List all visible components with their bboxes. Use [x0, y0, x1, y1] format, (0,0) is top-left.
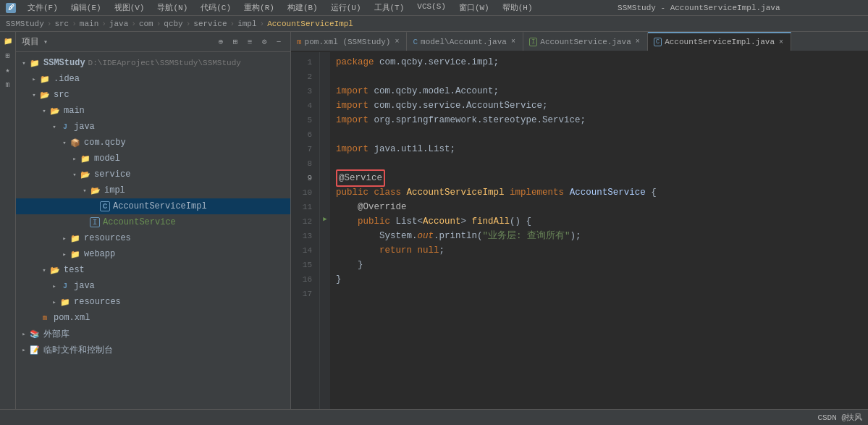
tree-resources[interactable]: 📁 resources — [16, 230, 290, 246]
breadcrumb-impl[interactable]: impl — [237, 20, 256, 28]
folder-icon: 📁 — [39, 73, 51, 85]
tab-pom-icon: m — [297, 38, 302, 46]
breadcrumb-accountserviceimpl[interactable]: AccountServiceImpl — [267, 20, 353, 28]
code-line-6 — [336, 127, 862, 142]
tree-path-ssmstudy: D:\IDEAproject\SSMStudy\SSMStudy — [88, 59, 241, 67]
tree-ssmstudy[interactable]: 📁 SSMStudy D:\IDEAproject\SSMStudy\SSMSt… — [16, 55, 290, 71]
tree-test-java[interactable]: J java — [16, 278, 290, 294]
tree-scratch[interactable]: 📝 临时文件和控制台 — [16, 342, 290, 358]
line-num-14: 14 — [291, 243, 315, 258]
tab-account[interactable]: C model\Account.java × — [407, 32, 523, 51]
menu-item[interactable]: VCS(S) — [414, 2, 449, 13]
folder-icon: 📂 — [49, 105, 61, 117]
java-interface-icon: I — [90, 217, 100, 227]
tree-label-test-resources: resources — [74, 297, 121, 307]
tree-test-resources[interactable]: 📁 resources — [16, 294, 290, 310]
breadcrumb-qcby[interactable]: qcby — [164, 20, 182, 28]
tree-test[interactable]: 📂 test — [16, 262, 290, 278]
tree-accountservice[interactable]: I AccountService — [16, 214, 290, 230]
tree-pom[interactable]: m pom.xml — [16, 310, 290, 326]
breadcrumb-java[interactable]: java — [109, 20, 128, 28]
code-line-13: System.out.println("业务层: 查询所有"); — [336, 229, 862, 243]
tab-pom-label: pom.xml (SSMStudy) — [305, 38, 391, 46]
menu-item[interactable]: 导航(N) — [154, 2, 190, 13]
tree-label-src: src — [54, 90, 69, 100]
code-line-17 — [336, 287, 862, 301]
tree-arrow — [80, 185, 90, 195]
tree-com-qcby[interactable]: 📦 com.qcby — [16, 135, 290, 151]
tab-accountservice[interactable]: I AccountService.java × — [523, 32, 648, 51]
project-icon[interactable]: 📁 — [1, 35, 14, 48]
menu-item[interactable]: 构建(B) — [285, 2, 321, 13]
tree-idea[interactable]: 📁 .idea — [16, 71, 290, 87]
tree-arrow — [19, 329, 29, 339]
align-icon[interactable]: ⊞ — [229, 36, 241, 48]
tree-service[interactable]: 📂 service — [16, 167, 290, 182]
line-num-4: 4 — [291, 98, 315, 113]
tree-label-service: service — [94, 169, 130, 180]
tab-pom[interactable]: m pom.xml (SSMStudy) × — [291, 32, 407, 51]
tree-label-scratch: 临时文件和控制台 — [43, 344, 113, 356]
tab-accountservice-label: AccountService.java — [540, 38, 631, 46]
menu-item[interactable]: 代码(C) — [198, 2, 234, 13]
tree-label-external: 外部库 — [43, 328, 69, 340]
tree-main[interactable]: 📂 main — [16, 103, 290, 119]
tree-webapp[interactable]: 📁 webapp — [16, 246, 290, 262]
code-content[interactable]: package com.qcby.service.impl; import co… — [330, 52, 868, 409]
maven-icon[interactable]: m — [1, 78, 14, 91]
tab-accountservice-close[interactable]: × — [634, 38, 641, 46]
tree-accountserviceimpl[interactable]: C AccountServiceImpl — [16, 198, 290, 214]
tab-accountserviceimpl[interactable]: C AccountServiceImpl.java × — [648, 32, 791, 51]
tree-external[interactable]: 📚 外部库 — [16, 326, 290, 342]
code-line-15: } — [336, 258, 862, 272]
menu-item[interactable]: 帮助(H) — [500, 2, 536, 13]
new-icon[interactable]: ⊕ — [215, 36, 227, 48]
tree-arrow — [59, 249, 69, 259]
project-sidebar: 项目 ▾ ⊕ ⊞ ≡ ⚙ − 📁 SSMStudy D:\IDEAproject… — [16, 32, 291, 409]
tab-account-icon: C — [413, 38, 418, 46]
line-numbers: 1 2 3 4 5 6 7 8 9 10 11 12 13 14 15 16 1… — [291, 52, 320, 409]
tree-label-java: java — [74, 122, 95, 132]
breadcrumb-ssmstudy[interactable]: SSMStudy — [6, 20, 44, 28]
tree-label-resources: resources — [84, 233, 131, 243]
project-tree: 📁 SSMStudy D:\IDEAproject\SSMStudy\SSMSt… — [16, 52, 290, 409]
code-line-10: public class AccountServiceImpl implemen… — [336, 185, 862, 200]
bookmarks-icon[interactable]: ★ — [1, 64, 14, 77]
tab-accountserviceimpl-close[interactable]: × — [778, 38, 785, 46]
tree-label-pom: pom.xml — [54, 313, 90, 323]
code-line-12: public List<Account> findAll() { — [336, 214, 862, 229]
structure-icon[interactable]: ⊞ — [1, 49, 14, 62]
breadcrumb-com[interactable]: com — [139, 20, 153, 28]
menu-item[interactable]: 工具(T) — [371, 2, 408, 13]
gear-icon[interactable]: ⚙ — [258, 36, 270, 48]
breadcrumb-src[interactable]: src — [54, 20, 69, 28]
breadcrumb-service[interactable]: service — [193, 20, 227, 28]
tree-model[interactable]: 📁 model — [16, 151, 290, 167]
menu-item[interactable]: 窗口(W) — [456, 2, 492, 13]
collapse-all-icon[interactable]: ≡ — [244, 36, 256, 48]
sidebar-dropdown-icon[interactable]: ▾ — [43, 38, 48, 46]
menu-item[interactable]: 重构(R) — [241, 2, 277, 13]
menu-item[interactable]: 编辑(E) — [68, 2, 104, 13]
tree-java[interactable]: J java — [16, 119, 290, 135]
tree-label-com-qcby: com.qcby — [84, 138, 126, 148]
scratch-icon: 📝 — [29, 344, 41, 355]
tree-arrow — [19, 58, 29, 68]
line-num-9: 9 — [291, 171, 315, 185]
menu-item[interactable]: 文件(F) — [25, 2, 61, 13]
menu-item[interactable]: 运行(U) — [328, 2, 364, 13]
tree-src[interactable]: 📂 src — [16, 87, 290, 103]
code-editor[interactable]: 1 2 3 4 5 6 7 8 9 10 11 12 13 14 15 16 1… — [291, 52, 868, 409]
tree-arrow — [49, 122, 59, 132]
gutter-run-icon[interactable]: ▶ — [320, 211, 330, 226]
tab-pom-close[interactable]: × — [393, 38, 400, 46]
code-line-4: import com.qcby.service.AccountService; — [336, 98, 862, 113]
breadcrumb-main[interactable]: main — [80, 20, 98, 28]
menu-item[interactable]: 视图(V) — [111, 2, 148, 13]
tree-arrow — [49, 297, 59, 307]
close-sidebar-icon[interactable]: − — [273, 36, 285, 48]
tab-account-close[interactable]: × — [510, 38, 517, 46]
line-num-17: 17 — [291, 287, 315, 301]
tree-impl[interactable]: 📂 impl — [16, 182, 290, 198]
tree-label-accountserviceimpl: AccountServiceImpl — [113, 201, 207, 211]
